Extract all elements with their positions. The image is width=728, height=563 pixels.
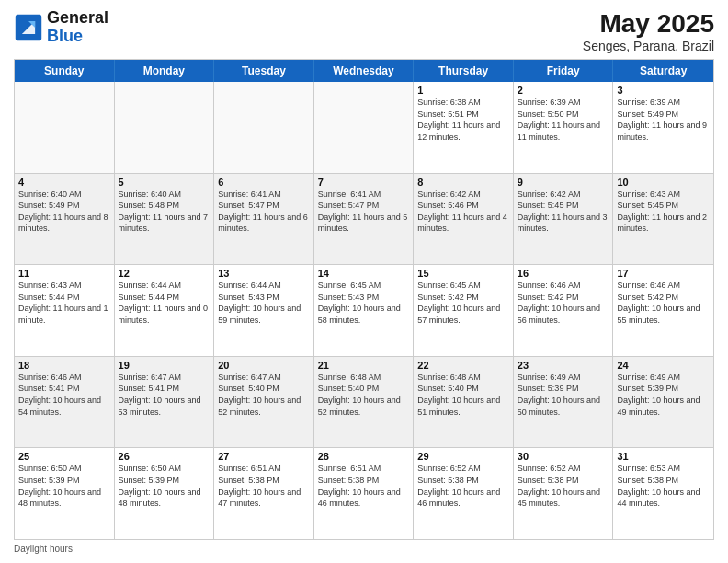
- calendar-header-cell: Monday: [115, 60, 215, 82]
- calendar-cell: [15, 82, 115, 173]
- day-info: Sunrise: 6:53 AM Sunset: 5:38 PM Dayligh…: [617, 463, 710, 509]
- day-number: 7: [318, 177, 410, 188]
- day-number: 31: [617, 451, 710, 462]
- logo-icon: [14, 13, 43, 42]
- day-info: Sunrise: 6:44 AM Sunset: 5:43 PM Dayligh…: [218, 280, 310, 326]
- calendar-header-cell: Wednesday: [314, 60, 415, 82]
- day-number: 18: [18, 360, 110, 371]
- calendar-cell: 14Sunrise: 6:45 AM Sunset: 5:43 PM Dayli…: [314, 265, 415, 356]
- page: General Blue May 2025 Senges, Parana, Br…: [0, 0, 728, 563]
- day-number: 24: [617, 360, 710, 371]
- day-info: Sunrise: 6:50 AM Sunset: 5:39 PM Dayligh…: [119, 463, 210, 509]
- day-info: Sunrise: 6:46 AM Sunset: 5:42 PM Dayligh…: [617, 280, 710, 326]
- day-info: Sunrise: 6:45 AM Sunset: 5:42 PM Dayligh…: [417, 280, 509, 326]
- calendar-cell: 16Sunrise: 6:46 AM Sunset: 5:42 PM Dayli…: [514, 265, 614, 356]
- calendar-cell: [214, 82, 314, 173]
- day-info: Sunrise: 6:42 AM Sunset: 5:45 PM Dayligh…: [518, 189, 609, 235]
- calendar-cell: 27Sunrise: 6:51 AM Sunset: 5:38 PM Dayli…: [214, 448, 314, 539]
- calendar-cell: 8Sunrise: 6:42 AM Sunset: 5:46 PM Daylig…: [414, 174, 514, 265]
- day-number: 15: [417, 268, 509, 279]
- calendar-cell: 29Sunrise: 6:52 AM Sunset: 5:38 PM Dayli…: [414, 448, 514, 539]
- footer-text: Daylight hours: [14, 544, 73, 554]
- day-info: Sunrise: 6:43 AM Sunset: 5:45 PM Dayligh…: [617, 189, 710, 235]
- calendar-cell: 9Sunrise: 6:42 AM Sunset: 5:45 PM Daylig…: [514, 174, 614, 265]
- calendar-header-cell: Friday: [514, 60, 614, 82]
- calendar-cell: 24Sunrise: 6:49 AM Sunset: 5:39 PM Dayli…: [613, 357, 713, 448]
- day-info: Sunrise: 6:38 AM Sunset: 5:51 PM Dayligh…: [417, 97, 509, 143]
- calendar-week: 18Sunrise: 6:46 AM Sunset: 5:41 PM Dayli…: [15, 357, 713, 449]
- day-info: Sunrise: 6:52 AM Sunset: 5:38 PM Dayligh…: [417, 463, 509, 509]
- calendar-cell: 17Sunrise: 6:46 AM Sunset: 5:42 PM Dayli…: [613, 265, 713, 356]
- calendar-cell: 4Sunrise: 6:40 AM Sunset: 5:49 PM Daylig…: [15, 174, 115, 265]
- day-info: Sunrise: 6:52 AM Sunset: 5:38 PM Dayligh…: [518, 463, 609, 509]
- calendar-week: 1Sunrise: 6:38 AM Sunset: 5:51 PM Daylig…: [15, 82, 713, 174]
- day-number: 2: [518, 85, 609, 96]
- day-number: 28: [318, 451, 410, 462]
- calendar-cell: 18Sunrise: 6:46 AM Sunset: 5:41 PM Dayli…: [15, 357, 115, 448]
- day-number: 9: [518, 177, 609, 188]
- header: General Blue May 2025 Senges, Parana, Br…: [14, 9, 714, 53]
- day-info: Sunrise: 6:42 AM Sunset: 5:46 PM Dayligh…: [417, 189, 509, 235]
- day-info: Sunrise: 6:46 AM Sunset: 5:42 PM Dayligh…: [518, 280, 609, 326]
- calendar-cell: 31Sunrise: 6:53 AM Sunset: 5:38 PM Dayli…: [613, 448, 713, 539]
- day-number: 26: [119, 451, 210, 462]
- main-title: May 2025: [583, 9, 714, 39]
- day-number: 12: [119, 268, 210, 279]
- calendar-cell: 10Sunrise: 6:43 AM Sunset: 5:45 PM Dayli…: [613, 174, 713, 265]
- calendar-cell: 21Sunrise: 6:48 AM Sunset: 5:40 PM Dayli…: [314, 357, 415, 448]
- day-number: 11: [18, 268, 110, 279]
- calendar-cell: 12Sunrise: 6:44 AM Sunset: 5:44 PM Dayli…: [115, 265, 215, 356]
- day-number: 19: [119, 360, 210, 371]
- day-number: 16: [518, 268, 609, 279]
- calendar-header-cell: Tuesday: [214, 60, 314, 82]
- calendar-cell: 28Sunrise: 6:51 AM Sunset: 5:38 PM Dayli…: [314, 448, 415, 539]
- day-info: Sunrise: 6:39 AM Sunset: 5:50 PM Dayligh…: [518, 97, 609, 143]
- calendar-cell: 6Sunrise: 6:41 AM Sunset: 5:47 PM Daylig…: [214, 174, 314, 265]
- subtitle: Senges, Parana, Brazil: [583, 39, 714, 53]
- day-number: 30: [518, 451, 609, 462]
- day-number: 17: [617, 268, 710, 279]
- calendar-cell: 22Sunrise: 6:48 AM Sunset: 5:40 PM Dayli…: [414, 357, 514, 448]
- day-info: Sunrise: 6:48 AM Sunset: 5:40 PM Dayligh…: [318, 372, 410, 418]
- day-number: 10: [617, 177, 710, 188]
- day-number: 3: [617, 85, 710, 96]
- day-info: Sunrise: 6:46 AM Sunset: 5:41 PM Dayligh…: [18, 372, 110, 418]
- calendar-header-cell: Thursday: [414, 60, 514, 82]
- calendar-header-row: SundayMondayTuesdayWednesdayThursdayFrid…: [15, 60, 713, 82]
- day-number: 29: [417, 451, 509, 462]
- day-number: 20: [218, 360, 310, 371]
- calendar-cell: 19Sunrise: 6:47 AM Sunset: 5:41 PM Dayli…: [115, 357, 215, 448]
- footer: Daylight hours: [14, 544, 714, 554]
- day-info: Sunrise: 6:41 AM Sunset: 5:47 PM Dayligh…: [318, 189, 410, 235]
- day-number: 5: [119, 177, 210, 188]
- day-info: Sunrise: 6:41 AM Sunset: 5:47 PM Dayligh…: [218, 189, 310, 235]
- calendar-cell: 30Sunrise: 6:52 AM Sunset: 5:38 PM Dayli…: [514, 448, 614, 539]
- day-info: Sunrise: 6:47 AM Sunset: 5:40 PM Dayligh…: [218, 372, 310, 418]
- day-info: Sunrise: 6:45 AM Sunset: 5:43 PM Dayligh…: [318, 280, 410, 326]
- calendar-cell: 15Sunrise: 6:45 AM Sunset: 5:42 PM Dayli…: [414, 265, 514, 356]
- calendar-cell: 2Sunrise: 6:39 AM Sunset: 5:50 PM Daylig…: [514, 82, 614, 173]
- calendar-cell: 20Sunrise: 6:47 AM Sunset: 5:40 PM Dayli…: [214, 357, 314, 448]
- day-number: 8: [417, 177, 509, 188]
- day-number: 22: [417, 360, 509, 371]
- calendar-cell: 5Sunrise: 6:40 AM Sunset: 5:48 PM Daylig…: [115, 174, 215, 265]
- day-info: Sunrise: 6:51 AM Sunset: 5:38 PM Dayligh…: [218, 463, 310, 509]
- calendar-cell: 3Sunrise: 6:39 AM Sunset: 5:49 PM Daylig…: [613, 82, 713, 173]
- day-number: 25: [18, 451, 110, 462]
- day-number: 23: [518, 360, 609, 371]
- calendar-week: 11Sunrise: 6:43 AM Sunset: 5:44 PM Dayli…: [15, 265, 713, 357]
- day-number: 13: [218, 268, 310, 279]
- calendar-cell: 1Sunrise: 6:38 AM Sunset: 5:51 PM Daylig…: [414, 82, 514, 173]
- day-info: Sunrise: 6:47 AM Sunset: 5:41 PM Dayligh…: [119, 372, 210, 418]
- day-info: Sunrise: 6:44 AM Sunset: 5:44 PM Dayligh…: [119, 280, 210, 326]
- calendar-header-cell: Saturday: [613, 60, 713, 82]
- day-number: 4: [18, 177, 110, 188]
- day-number: 27: [218, 451, 310, 462]
- logo: General Blue: [14, 9, 108, 46]
- day-info: Sunrise: 6:40 AM Sunset: 5:48 PM Dayligh…: [119, 189, 210, 235]
- calendar-cell: [115, 82, 215, 173]
- day-info: Sunrise: 6:39 AM Sunset: 5:49 PM Dayligh…: [617, 97, 710, 143]
- day-info: Sunrise: 6:50 AM Sunset: 5:39 PM Dayligh…: [18, 463, 110, 509]
- calendar-cell: 23Sunrise: 6:49 AM Sunset: 5:39 PM Dayli…: [514, 357, 614, 448]
- calendar-cell: 25Sunrise: 6:50 AM Sunset: 5:39 PM Dayli…: [15, 448, 115, 539]
